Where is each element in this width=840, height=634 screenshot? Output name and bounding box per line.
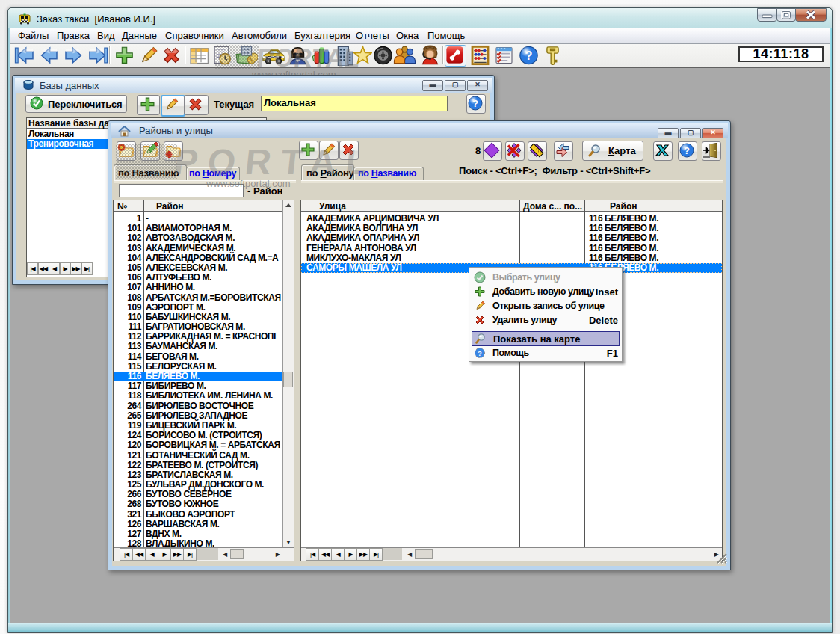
svg-text:?: ? <box>525 49 533 62</box>
svg-text:?: ? <box>478 349 482 357</box>
svg-text:?: ? <box>472 98 478 109</box>
svg-text:?: ? <box>684 145 690 156</box>
